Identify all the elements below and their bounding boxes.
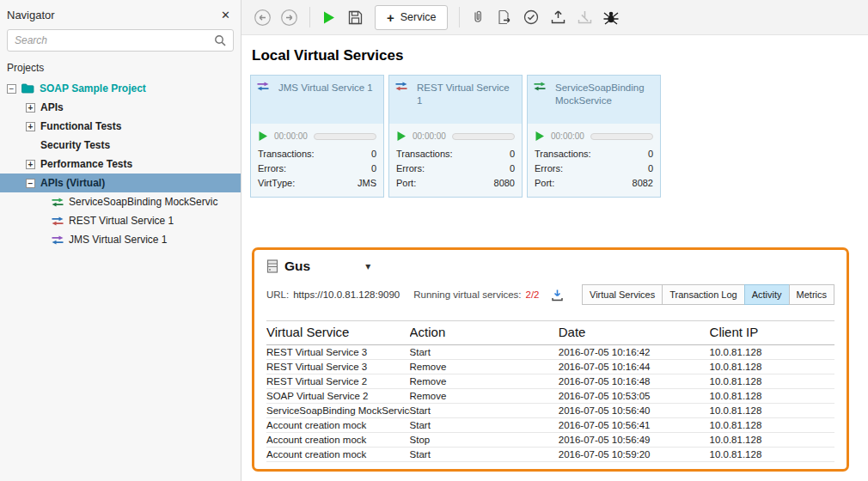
activity-table: Virtual Service Action Date Client IP RE…: [266, 320, 834, 462]
cell-service: REST Virtual Service 3: [266, 346, 410, 359]
cell-date: 2016-07-05 10:56:49: [559, 434, 710, 447]
stat-label: Port:: [535, 176, 554, 191]
discover-spider-icon[interactable]: [599, 5, 623, 29]
navigator-panel: Navigator ✕ Projects − SOAP Sample Proje…: [0, 0, 241, 481]
attach-icon[interactable]: [466, 5, 490, 29]
main-content: + Service Local Virtual Services JMS Vir…: [241, 0, 868, 481]
activity-row[interactable]: REST Virtual Service 3Remove2016-07-05 1…: [266, 360, 834, 374]
play-button[interactable]: [258, 131, 268, 142]
cell-action: Remove: [410, 375, 559, 388]
activity-row[interactable]: REST Virtual Service 2Remove2016-07-05 1…: [266, 374, 834, 389]
back-button[interactable]: [250, 5, 274, 29]
progress-bar: [452, 133, 515, 140]
cell-service: REST Virtual Service 3: [266, 361, 410, 374]
toolbar: + Service: [241, 0, 868, 35]
validate-icon[interactable]: [519, 5, 543, 29]
run-button[interactable]: [316, 5, 340, 29]
agent-download-icon[interactable]: [551, 289, 564, 301]
tree-item-rest-virtual-service-1[interactable]: REST Virtual Service 1: [0, 211, 241, 230]
virtual-service-icon: [52, 198, 64, 207]
close-icon[interactable]: ✕: [221, 9, 230, 21]
download-icon[interactable]: [572, 5, 596, 29]
cell-date: 2016-07-05 10:59:20: [559, 448, 710, 461]
navigator-header: Navigator ✕: [0, 7, 241, 21]
add-service-button[interactable]: + Service: [375, 5, 448, 30]
stat-label: Errors:: [258, 161, 286, 176]
cell-date: 2016-07-05 10:16:48: [559, 375, 710, 388]
node-label: Functional Tests: [40, 120, 121, 132]
toolbar-separator: [309, 7, 310, 27]
play-button[interactable]: [535, 131, 545, 142]
card-run-row: 00:00:00: [251, 124, 383, 147]
plus-icon: +: [387, 10, 394, 25]
save-button[interactable]: [343, 5, 367, 29]
column-header-client-ip[interactable]: Client IP: [710, 325, 834, 339]
stat-label: Transactions:: [258, 147, 315, 161]
search-box: [7, 29, 234, 52]
stat-label: VirtType:: [258, 176, 295, 191]
tab-virtual-services[interactable]: Virtual Services: [582, 284, 663, 305]
tree-item-performance-tests[interactable]: + Performance Tests: [0, 155, 241, 174]
running-services-label: Running virtual services:: [413, 289, 521, 300]
cell-action: Start: [410, 448, 559, 461]
activity-row[interactable]: Account creation mockStop2016-07-05 10:5…: [266, 433, 834, 448]
card-jms-virtual-service-1[interactable]: JMS Virtual Service 1 00:00:00 Transacti…: [250, 75, 384, 198]
tree-item-apis-virtual[interactable]: − APIs (Virtual): [0, 174, 241, 192]
column-header-virtual-service[interactable]: Virtual Service: [266, 325, 410, 339]
projects-label: Projects: [7, 62, 234, 74]
upload-icon[interactable]: [546, 5, 570, 29]
activity-row[interactable]: Account creation mockStart2016-07-05 10:…: [266, 448, 834, 462]
collapse-icon[interactable]: −: [7, 84, 16, 94]
virtual-service-icon: [52, 216, 64, 226]
stat-value: 0: [371, 161, 376, 176]
tree-item-servicesoapbinding-mockservice[interactable]: ServiceSoapBinding MockServic: [0, 192, 241, 211]
collapse-icon[interactable]: −: [26, 179, 35, 188]
column-header-date[interactable]: Date: [559, 325, 710, 339]
expand-icon[interactable]: +: [26, 103, 35, 113]
tree-item-functional-tests[interactable]: + Functional Tests: [0, 117, 241, 136]
stat-value: 0: [510, 161, 515, 176]
agent-name: Gus: [284, 259, 310, 274]
agent-tabs: Virtual Services Transaction Log Activit…: [583, 284, 834, 305]
stat-value: 0: [648, 147, 653, 161]
activity-row[interactable]: ServiceSoapBinding MockServiceStart2016-…: [266, 404, 834, 418]
stat-label: Transactions:: [396, 147, 453, 161]
card-header: REST Virtual Service 1: [389, 76, 522, 124]
cell-client-ip: 10.0.81.128: [710, 405, 834, 417]
node-label: Performance Tests: [40, 158, 132, 170]
column-header-action[interactable]: Action: [410, 325, 559, 339]
server-icon: [266, 259, 278, 273]
stat-value: 0: [648, 161, 653, 176]
tab-activity[interactable]: Activity: [744, 284, 790, 305]
card-stats: Transactions:0 Errors:0 Port:8080: [389, 147, 522, 197]
cell-action: Start: [410, 346, 559, 359]
card-rest-virtual-service-1[interactable]: REST Virtual Service 1 00:00:00 Transact…: [388, 75, 523, 198]
cell-client-ip: 10.0.81.128: [710, 346, 834, 359]
search-input[interactable]: [15, 34, 214, 46]
forward-button[interactable]: [277, 5, 301, 29]
page-title: Local Virtual Services: [252, 47, 859, 64]
cell-date: 2016-07-05 10:16:42: [559, 346, 710, 359]
activity-row[interactable]: REST Virtual Service 3Start2016-07-05 10…: [266, 345, 834, 360]
tree-item-security-tests[interactable]: Security Tests: [0, 136, 241, 155]
node-label: Security Tests: [40, 139, 110, 151]
tab-metrics[interactable]: Metrics: [789, 284, 834, 305]
expand-icon[interactable]: +: [26, 122, 35, 131]
card-servicesoapbinding-mockservice[interactable]: ServiceSoapBinding MockService 00:00:00 …: [527, 75, 661, 198]
card-run-row: 00:00:00: [389, 124, 522, 147]
tree-item-apis[interactable]: + APIs: [0, 98, 241, 117]
node-label: APIs: [40, 101, 64, 113]
url-label: URL:: [266, 289, 289, 300]
uptime-value: 00:00:00: [274, 131, 308, 141]
activity-row[interactable]: SOAP Virtual Service 2Remove2016-07-05 1…: [266, 389, 834, 404]
tab-transaction-log[interactable]: Transaction Log: [662, 284, 744, 305]
expand-icon[interactable]: +: [26, 160, 35, 169]
activity-row[interactable]: Account creation mockStart2016-07-05 10:…: [266, 418, 834, 433]
play-button[interactable]: [396, 131, 406, 142]
tree-item-jms-virtual-service-1[interactable]: JMS Virtual Service 1: [0, 230, 241, 249]
cell-date: 2016-07-05 10:56:40: [559, 405, 710, 417]
export-icon[interactable]: [492, 5, 517, 29]
tree-item-soap-sample-project[interactable]: − SOAP Sample Project: [0, 79, 241, 98]
stat-value: 8080: [494, 176, 515, 191]
agent-selector-dropdown[interactable]: Gus ▾: [266, 259, 370, 274]
